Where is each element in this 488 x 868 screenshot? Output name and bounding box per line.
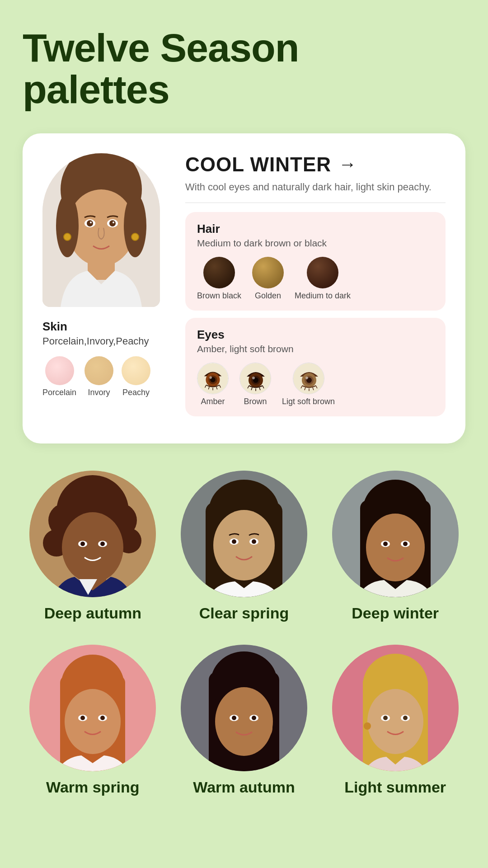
portrait-label-warm-autumn: Warm autumn xyxy=(193,778,295,796)
portrait-label-deep-autumn: Deep autumn xyxy=(44,604,141,622)
portrait-label-clear-spring: Clear spring xyxy=(199,604,289,622)
eye-color-light-soft-brown xyxy=(293,363,324,394)
portrait-grid-row1: Deep autumn xyxy=(23,471,465,622)
hair-color-golden xyxy=(252,257,284,288)
svg-point-8 xyxy=(90,222,92,223)
svg-point-4 xyxy=(56,194,79,257)
svg-point-93 xyxy=(364,722,371,730)
portrait-clear-spring[interactable]: Clear spring xyxy=(174,471,314,622)
swatch-name-porcelain: Porcelain xyxy=(42,388,76,397)
svg-point-69 xyxy=(383,542,388,546)
eye-color-brown xyxy=(239,363,271,394)
season-card: Skin Porcelain,Invory,Peachy Porcelain I… xyxy=(23,133,465,443)
eye-color-amber xyxy=(197,363,229,394)
eye-swatch-light-soft-brown: Ligt soft brown xyxy=(282,363,335,406)
portrait-label-deep-winter: Deep winter xyxy=(352,604,439,622)
hair-sublabel: Medium to dark brown or black xyxy=(197,238,434,249)
portrait-grid-row2: Warm spring xyxy=(23,645,465,796)
skin-swatches: Porcelain Invory Peachy xyxy=(42,356,150,397)
season-description: With cool eyes and naturally dark hair, … xyxy=(185,180,446,194)
svg-point-75 xyxy=(65,689,121,754)
hair-swatch-brown-black: Brown black xyxy=(197,257,241,301)
eyes-sublabel: Amber, light soft brown xyxy=(197,344,434,354)
portrait-circle-deep-autumn xyxy=(29,471,156,597)
hair-swatches: Brown black Golden Medium to dark xyxy=(197,257,434,301)
eyes-label: Eyes xyxy=(197,328,434,342)
svg-point-7 xyxy=(87,220,93,226)
svg-point-61 xyxy=(232,539,236,544)
portrait-circle-warm-spring xyxy=(29,645,156,771)
svg-point-97 xyxy=(403,716,408,720)
card-right: COOL WINTER → With cool eyes and natural… xyxy=(185,153,446,424)
svg-point-11 xyxy=(113,222,114,223)
eye-name-light-soft-brown: Ligt soft brown xyxy=(282,397,335,406)
svg-point-88 xyxy=(256,718,272,738)
skin-label: Skin xyxy=(42,320,67,334)
hair-name-medium-dark: Medium to dark xyxy=(295,291,351,301)
portrait-circle-clear-spring xyxy=(181,471,307,597)
portrait-circle-deep-winter xyxy=(332,471,459,597)
eye-swatch-amber: Amber xyxy=(197,363,229,406)
hair-swatch-medium-dark: Medium to dark xyxy=(295,257,351,301)
page-title: Twelve Season palettes xyxy=(23,27,465,111)
hair-name-brown-black: Brown black xyxy=(197,291,241,301)
hair-color-brown-black xyxy=(203,257,235,288)
svg-point-51 xyxy=(62,512,123,583)
portrait-circle-light-summer xyxy=(332,645,459,771)
portrait-light-summer[interactable]: Light summer xyxy=(325,645,465,796)
swatch-name-invory: Invory xyxy=(88,388,110,397)
svg-point-87 xyxy=(252,716,256,720)
svg-point-95 xyxy=(383,716,388,720)
svg-point-5 xyxy=(124,194,146,257)
svg-point-79 xyxy=(100,716,105,720)
hair-label: Hair xyxy=(197,222,434,236)
portrait-circle-warm-autumn xyxy=(181,645,307,771)
swatch-porcelain: Porcelain xyxy=(42,356,76,397)
svg-point-59 xyxy=(213,510,275,580)
portrait-label-light-summer: Light summer xyxy=(344,778,446,796)
swatch-peachy: Peachy xyxy=(122,356,150,397)
swatch-name-peachy: Peachy xyxy=(122,388,150,397)
eye-name-brown: Brown xyxy=(244,397,267,406)
svg-point-98 xyxy=(384,736,407,750)
hair-box: Hair Medium to dark brown or black Brown… xyxy=(185,212,446,311)
swatch-color-porcelain xyxy=(45,356,74,385)
divider xyxy=(185,203,446,203)
swatch-color-invory xyxy=(84,356,113,385)
svg-point-12 xyxy=(64,233,71,241)
eye-name-amber: Amber xyxy=(201,397,225,406)
person-photo xyxy=(42,153,160,307)
svg-point-38 xyxy=(305,377,308,379)
season-name: COOL WINTER xyxy=(185,153,331,176)
svg-point-13 xyxy=(131,233,139,241)
portrait-warm-autumn[interactable]: Warm autumn xyxy=(174,645,314,796)
svg-point-85 xyxy=(232,716,236,720)
hair-name-golden: Golden xyxy=(255,291,281,301)
portrait-deep-winter[interactable]: Deep winter xyxy=(325,471,465,622)
svg-point-67 xyxy=(366,514,425,581)
portrait-deep-autumn[interactable]: Deep autumn xyxy=(23,471,163,622)
svg-point-18 xyxy=(209,376,212,379)
eyes-box: Eyes Amber, light soft brown xyxy=(185,318,446,416)
swatch-invory: Invory xyxy=(84,356,113,397)
svg-point-77 xyxy=(80,716,85,720)
portrait-warm-spring[interactable]: Warm spring xyxy=(23,645,163,796)
page: Twelve Season palettes xyxy=(0,0,488,868)
portrait-label-warm-spring: Warm spring xyxy=(46,778,140,796)
hair-swatch-golden: Golden xyxy=(252,257,284,301)
arrow-right-icon[interactable]: → xyxy=(338,154,357,175)
svg-point-63 xyxy=(252,539,256,544)
svg-point-28 xyxy=(252,377,255,379)
eyes-swatches: Amber xyxy=(197,363,434,406)
season-header[interactable]: COOL WINTER → xyxy=(185,153,446,176)
card-left: Skin Porcelain,Invory,Peachy Porcelain I… xyxy=(42,153,169,424)
svg-point-71 xyxy=(403,542,408,546)
swatch-color-peachy xyxy=(122,356,150,385)
skin-sublabel: Porcelain,Invory,Peachy xyxy=(42,335,149,347)
svg-point-10 xyxy=(109,220,116,226)
svg-point-55 xyxy=(100,542,105,546)
eye-swatch-brown: Brown xyxy=(239,363,271,406)
svg-point-53 xyxy=(80,542,85,546)
hair-color-medium-dark xyxy=(307,257,338,288)
